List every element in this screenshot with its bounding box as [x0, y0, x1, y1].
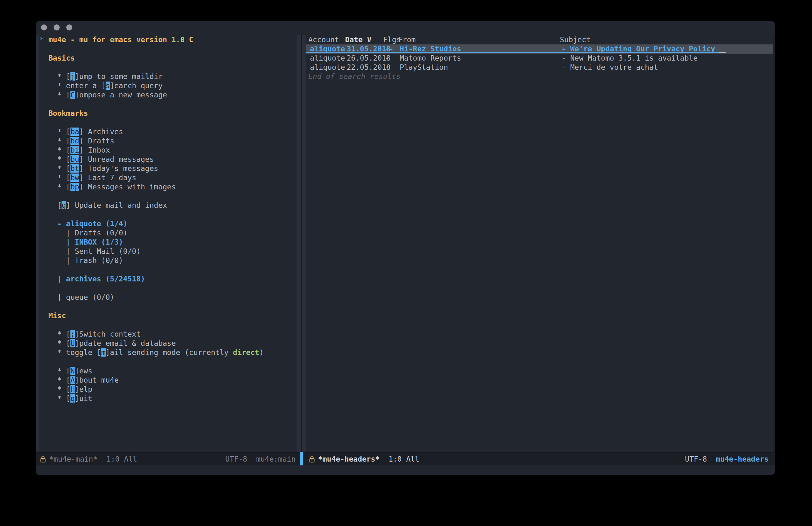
section-bookmarks: Bookmarks [40, 109, 296, 118]
column-header-from[interactable]: From [398, 35, 416, 44]
text-segment: ] Unread messages [79, 155, 154, 164]
mu4e-main-pane: * mu4e - mu for emacs version 1.0 C Basi… [39, 35, 296, 452]
column-header-subject[interactable]: Subject [560, 35, 591, 44]
major-mode-name[interactable]: mu4e-headers [716, 455, 769, 464]
text-segment: * [ [40, 155, 70, 164]
maildir-account-aliquote[interactable]: - aliquote (1/4) [40, 219, 296, 228]
text-segment: * [ [40, 394, 70, 402]
menu-toggle-mail-sending-mode[interactable]: * toggle [m]ail sending mode (currently … [40, 348, 296, 357]
minimize-button[interactable] [54, 25, 60, 30]
text-segment: | Drafts (0/0) [40, 229, 128, 237]
close-button[interactable] [41, 25, 47, 30]
subject-cell: - New Matomo 3.5.1 is available [562, 54, 697, 63]
read-only-lock-icon [40, 456, 46, 463]
action-update-mail-and-index[interactable]: [g] Update mail and index [40, 201, 296, 210]
maildir-trash[interactable]: | Trash (0/0) [40, 256, 296, 265]
shortcut-key: m [101, 349, 106, 357]
message-row[interactable]: aliquote31.05.2018--Hi-Rez Studios- We'r… [306, 44, 773, 54]
text-segment: * [ [40, 330, 70, 338]
maildir-drafts[interactable]: | Drafts (0/0) [40, 228, 296, 238]
text-segment: C [185, 35, 193, 44]
blank-line [40, 357, 296, 366]
shortcut-key: ; [70, 330, 75, 338]
text-segment: ] Update mail and index [66, 201, 167, 209]
shortcut-key: N [70, 367, 75, 375]
section-basics: Basics [40, 54, 296, 63]
left-scroll-bar[interactable] [36, 35, 39, 452]
flags-cell: -- [385, 44, 394, 54]
date-cell: 22.05.2018 [347, 63, 390, 72]
menu-quit[interactable]: * [q]uit [40, 394, 296, 403]
text-segment: ]bout mu4e [75, 376, 119, 384]
bookmark-todays-messages[interactable]: * [bt] Today's messages [40, 164, 296, 173]
text-segment: | INBOX (1/3) [66, 238, 123, 246]
shortcut-key: q [70, 394, 75, 402]
shortcut-key: bd [70, 137, 79, 145]
text-segment: direct [233, 349, 259, 357]
text-segment: ]ompose a new message [75, 91, 167, 99]
text-segment: 1.0 [171, 35, 185, 44]
text-segment [40, 219, 57, 228]
menu-jump-to-maildir[interactable]: * [j]ump to some maildir [40, 72, 296, 81]
pane-divider-right-strip[interactable] [302, 35, 306, 452]
column-header-date-v[interactable]: Date V [345, 35, 372, 44]
blank-line [40, 210, 296, 219]
scroll-portion: All [124, 455, 137, 464]
menu-update-email-database[interactable]: * [U]pdate email & database [40, 339, 296, 348]
maildir-archives[interactable]: | archives (5/24518) [40, 274, 296, 284]
bookmark-last-7-days[interactable]: * [bw] Last 7 days [40, 173, 296, 182]
from-cell: Matomo Reports [400, 54, 461, 63]
menu-switch-context[interactable]: * [;]Switch context [40, 330, 296, 339]
bookmark-drafts[interactable]: * [bd] Drafts [40, 137, 296, 146]
bookmark-unread-messages[interactable]: * [bu] Unread messages [40, 155, 296, 164]
text-segment: * toggle [ [40, 349, 101, 357]
text-segment: - aliquote (1/4) [57, 219, 128, 228]
menu-about-mu4e[interactable]: * [A]bout mu4e [40, 375, 296, 385]
maildir-sent-mail[interactable]: | Sent Mail (0/0) [40, 247, 296, 256]
blank-line [40, 118, 296, 127]
scroll-portion: All [406, 455, 419, 464]
text-segment: ]elp [75, 385, 92, 393]
menu-compose-message[interactable]: * [C]ompose a new message [40, 90, 296, 100]
text-segment [40, 54, 48, 62]
message-row[interactable]: aliquote22.05.2018-PlayStation- Merci de… [306, 63, 773, 72]
shortcut-key: j [70, 72, 75, 81]
text-segment: * [ [40, 72, 70, 81]
read-only-lock-icon [309, 456, 315, 463]
shortcut-key: A [70, 376, 75, 384]
shortcut-key: bu [70, 155, 79, 164]
pane-divider-left-strip[interactable] [296, 35, 301, 452]
blank-line [40, 44, 296, 54]
menu-news[interactable]: * [N]ews [40, 366, 296, 375]
maildir-inbox[interactable]: | INBOX (1/3) [40, 238, 296, 247]
shortcut-key: bi [70, 146, 79, 154]
encoding-indicator: UTF-8 [685, 455, 707, 464]
section-misc: Misc [40, 311, 296, 321]
blank-line [40, 100, 296, 109]
bookmark-archives[interactable]: * [ba] Archives [40, 127, 296, 137]
maximize-button[interactable] [66, 25, 72, 30]
menu-help[interactable]: * [H]elp [40, 385, 296, 394]
text-segment: | archives (5/24518) [57, 275, 145, 283]
window-divider-bar[interactable] [300, 452, 303, 465]
cursor [719, 52, 726, 53]
major-mode-name[interactable]: mu4e:main [256, 455, 295, 464]
bookmark-messages-with-images[interactable]: * [bp] Messages with images [40, 182, 296, 191]
text-segment: Bookmarks [48, 109, 88, 117]
encoding-indicator: UTF-8 [225, 455, 247, 464]
maildir-queue[interactable]: | queue (0/0) [40, 293, 296, 302]
shortcut-key: H [70, 385, 75, 393]
text-segment: ] Drafts [79, 137, 115, 145]
blank-line [40, 302, 296, 311]
emacs-window: * mu4e - mu for emacs version 1.0 C Basi… [36, 21, 775, 475]
menu-search-query[interactable]: * enter a [s]earch query [40, 81, 296, 90]
bookmark-inbox[interactable]: * [bi] Inbox [40, 146, 296, 155]
message-row[interactable]: aliquote26.05.2018-Matomo Reports- New M… [306, 54, 773, 63]
text-segment: ] Last 7 days [79, 173, 136, 182]
text-segment: * [ [40, 385, 70, 393]
column-header-account[interactable]: Account [308, 35, 339, 44]
right-fringe [773, 35, 775, 452]
blank-line [40, 63, 296, 72]
text-segment: * [ [40, 164, 70, 173]
text-segment: * [ [40, 376, 70, 384]
